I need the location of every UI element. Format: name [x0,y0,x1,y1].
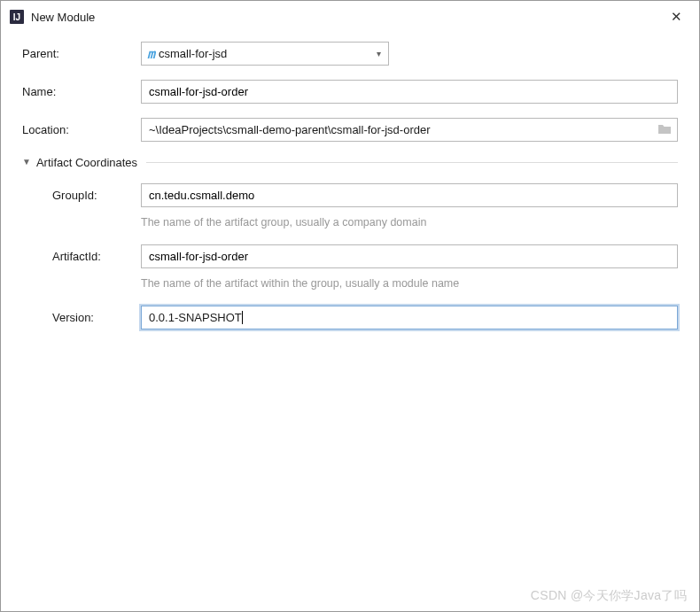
close-icon[interactable]: ✕ [664,6,688,27]
window-title: New Module [31,11,95,24]
dialog-content: Parent: m csmall-for-jsd ▾ Name: Locatio… [1,31,699,329]
text-caret [242,311,243,324]
name-row: Name: [22,80,678,104]
parent-label: Parent: [22,47,141,60]
section-divider [146,162,678,163]
titlebar: IJ New Module ✕ [1,1,699,31]
version-value: 0.0.1-SNAPSHOT [149,311,242,324]
name-label: Name: [22,85,141,98]
groupid-label: GroupId: [22,189,141,202]
location-value: ~\IdeaProjects\csmall-demo-parent\csmall… [149,123,652,136]
groupid-description: The name of the artifact group, usually … [141,216,678,229]
parent-value: csmall-for-jsd [159,47,227,60]
groupid-input[interactable] [141,183,678,207]
chevron-down-icon: ▾ [377,49,381,58]
version-input[interactable]: 0.0.1-SNAPSHOT [141,306,678,329]
artifactid-label: ArtifactId: [22,250,141,263]
folder-icon[interactable] [657,123,672,137]
version-row: Version: 0.0.1-SNAPSHOT [22,306,678,329]
location-row: Location: ~\IdeaProjects\csmall-demo-par… [22,118,678,142]
artifactid-row: ArtifactId: [22,244,678,268]
app-icon: IJ [10,10,24,24]
maven-icon: m [147,46,155,62]
name-input[interactable] [141,80,678,104]
location-label: Location: [22,123,141,136]
parent-dropdown[interactable]: m csmall-for-jsd ▾ [141,42,389,66]
artifact-coordinates-header[interactable]: ▼ Artifact Coordinates [22,156,678,169]
section-title: Artifact Coordinates [36,156,137,169]
version-label: Version: [22,311,141,324]
watermark: CSDN @今天你学Java了吗 [531,588,687,604]
groupid-row: GroupId: [22,183,678,207]
parent-row: Parent: m csmall-for-jsd ▾ [22,42,678,66]
artifactid-description: The name of the artifact within the grou… [141,277,678,290]
collapse-icon: ▼ [22,157,31,167]
artifactid-input[interactable] [141,244,678,268]
location-input[interactable]: ~\IdeaProjects\csmall-demo-parent\csmall… [141,118,678,142]
